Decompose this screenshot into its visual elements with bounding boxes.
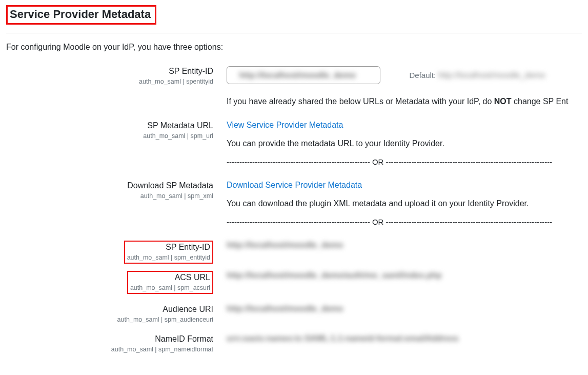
row-spm-entity-id: SP Entity-ID auth_mo_saml | spm_entityid… xyxy=(6,240,582,264)
desc-download-sp: You can download the plugin XML metadata… xyxy=(227,199,582,208)
label-download-sp: Download SP Metadata xyxy=(6,181,213,191)
intro-text: For configuring Moodle on your IdP, you … xyxy=(6,43,582,52)
blurred-default-value: http://localhost/moodle_demo xyxy=(438,71,545,80)
row-nameid-format: NameID Format auth_mo_saml | spm_nameidf… xyxy=(6,333,582,353)
warning-text: If you have already shared the below URL… xyxy=(227,96,582,106)
sub-nameid-format: auth_mo_saml | spm_nameidformat xyxy=(6,345,213,353)
redbox-spm-entity-id: SP Entity-ID auth_mo_saml | spm_entityid xyxy=(124,241,213,264)
label-audience-uri: Audience URI xyxy=(6,304,213,315)
or-separator-1: ----------------------------------------… xyxy=(227,157,582,166)
warn-prefix: If you have already shared the below URL… xyxy=(227,97,494,106)
row-audience-uri: Audience URI auth_mo_saml | spm_audience… xyxy=(6,303,582,324)
view-metadata-link[interactable]: View Service Provider Metadata xyxy=(227,121,343,129)
row-sp-entity-id: SP Entity-ID auth_mo_saml | spentityid h… xyxy=(6,65,582,86)
sub-audience-uri: auth_mo_saml | spm_audienceuri xyxy=(6,315,213,324)
blurred-nameid-format: urn:oasis:names:tc:SAML:1.1:nameid-forma… xyxy=(227,334,459,343)
sub-acs-url: auth_mo_saml | spm_acsurl xyxy=(130,284,210,292)
sub-download-sp: auth_mo_saml | spm_xml xyxy=(6,192,213,200)
sub-sp-metadata-url: auth_mo_saml | spm_url xyxy=(6,132,213,140)
row-download-sp: Download SP Metadata auth_mo_saml | spm_… xyxy=(6,180,582,236)
redbox-acs-url: ACS URL auth_mo_saml | spm_acsurl xyxy=(127,271,213,294)
blurred-acs-url: http://localhost/moodle_demo/auth/mo_sam… xyxy=(227,271,442,280)
sub-spm-entity-id: auth_mo_saml | spm_entityid xyxy=(127,253,210,262)
label-acs-url: ACS URL xyxy=(130,272,210,283)
download-metadata-link[interactable]: Download Service Provider Metadata xyxy=(227,181,362,189)
warn-suffix: change SP Ent xyxy=(512,97,569,106)
desc-sp-metadata-url: You can provide the metadata URL to your… xyxy=(227,139,582,148)
warn-bold: NOT xyxy=(494,97,512,106)
blurred-spm-entity-id: http://localhost/moodle_demo xyxy=(227,241,343,250)
divider xyxy=(6,33,582,33)
or-separator-2: ----------------------------------------… xyxy=(227,218,582,226)
row-acs-url: ACS URL auth_mo_saml | spm_acsurl http:/… xyxy=(6,270,582,294)
blurred-input-value: http://localhost/moodle_demo xyxy=(239,71,356,80)
label-nameid-format: NameID Format xyxy=(6,334,213,345)
default-label: Default: xyxy=(409,71,436,80)
section-title: Service Provider Metadata xyxy=(6,5,156,25)
blurred-audience-uri: http://localhost/moodle_demo xyxy=(227,304,343,313)
row-sp-metadata-url: SP Metadata URL auth_mo_saml | spm_url V… xyxy=(6,120,582,176)
sub-sp-entity-id: auth_mo_saml | spentityid xyxy=(6,77,213,86)
row-warning: If you have already shared the below URL… xyxy=(6,96,582,106)
label-spm-entity-id: SP Entity-ID xyxy=(127,242,210,253)
label-sp-metadata-url: SP Metadata URL xyxy=(6,121,213,131)
label-sp-entity-id: SP Entity-ID xyxy=(6,66,213,77)
